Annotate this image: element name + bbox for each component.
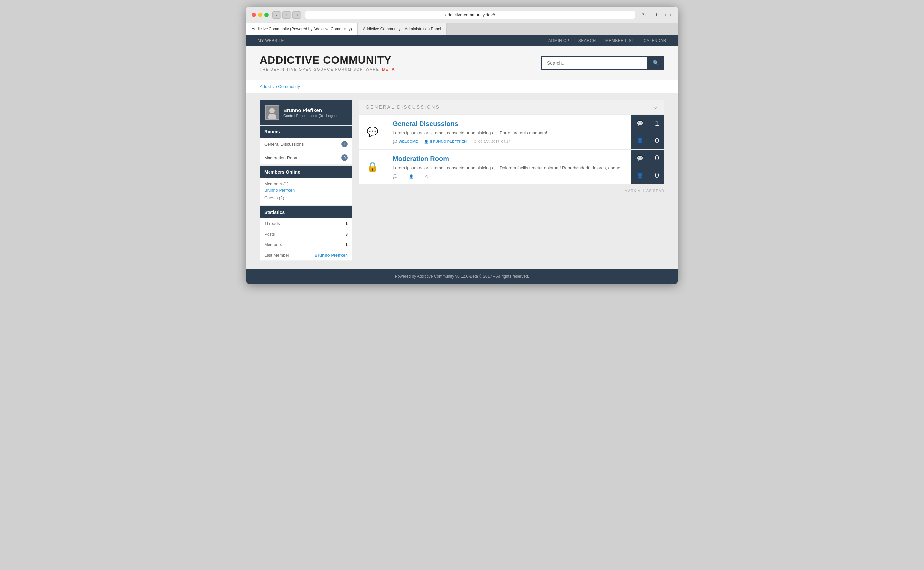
forum-row-general: 💬 General Discussions Lorem ipsum dolor …: [359, 115, 664, 149]
statistics-header: Statistics: [260, 206, 353, 218]
mod-members-stat: 👤 0: [631, 167, 664, 184]
mod-date: ⏱ ---: [425, 175, 434, 179]
meta-author: 👤 BRUNNO PLEFFKEN: [424, 139, 466, 144]
mark-all-read-button[interactable]: MARK ALL AS READ: [359, 185, 664, 197]
forum-general-stats: 💬 1 👤 0: [631, 115, 664, 149]
section-title: General Discussions: [366, 104, 440, 110]
copy-button[interactable]: □□: [664, 11, 672, 18]
sidebar: Brunno Pleffken Control Panel · Inbox (0…: [260, 100, 353, 262]
chat-icon: 💬: [367, 126, 378, 137]
general-discussions-link[interactable]: General Discussions: [264, 142, 304, 147]
mod-posts-icon: 💬: [637, 155, 643, 161]
breadcrumb: Addictive Community: [246, 80, 678, 93]
section-toggle[interactable]: ⌄: [654, 104, 658, 110]
beta-badge: BETA: [382, 67, 395, 72]
breadcrumb-home[interactable]: Addictive Community: [260, 84, 300, 89]
author-icon: 👤: [424, 139, 429, 144]
members-online-header: Members Online: [260, 166, 353, 178]
forum-row-moderation: 🔒 Moderation Room Lorem ipsum dolor sit …: [359, 150, 664, 184]
tab-main[interactable]: Addictive Community (Powered by Addictiv…: [246, 23, 358, 35]
last-member-link[interactable]: Brunno Pleffken: [315, 253, 348, 258]
stat-threads: Threads 1: [260, 218, 353, 229]
stat-members: Members 1: [260, 239, 353, 250]
tab-main-label: Addictive Community (Powered by Addictiv…: [252, 26, 352, 31]
stat-posts: Posts 3: [260, 229, 353, 239]
clock-icon: ⏱: [473, 139, 477, 144]
maximize-dot[interactable]: [264, 12, 269, 17]
inbox-link[interactable]: Inbox (0): [309, 113, 323, 118]
stat-last-member: Last Member Brunno Pleffken: [260, 250, 353, 261]
mod-members-value: 0: [655, 171, 659, 180]
section-header: General Discussions ⌄: [359, 100, 664, 114]
user-name: Brunno Pleffken: [283, 107, 337, 113]
logout-link[interactable]: Logout: [326, 113, 337, 118]
nav-my-website[interactable]: MY WEBSITE: [253, 35, 289, 46]
stat-threads-label: Threads: [264, 221, 280, 226]
mod-thread-bubble: 💬: [393, 175, 397, 179]
mod-date-text: ---: [430, 175, 434, 179]
posts-icon: 💬: [637, 120, 643, 126]
split-button[interactable]: □: [292, 11, 301, 18]
stat-last-member-label: Last Member: [264, 253, 289, 258]
mod-posts-value: 0: [655, 154, 659, 162]
moderation-room-link[interactable]: Moderation Room: [264, 155, 298, 161]
thread-icon: 💬: [393, 139, 397, 144]
refresh-button[interactable]: ↻: [642, 12, 646, 18]
forum-general-meta: 💬 WELCOME 👤 BRUNNO PLEFFKEN ⏱ 09 JAN 201…: [393, 139, 625, 144]
site-footer: Powered by Addictive Community v0.12.0-B…: [246, 269, 678, 284]
tab-add-button[interactable]: +: [667, 23, 678, 35]
members-list: Members (1) Brunno Pleffken Guests (2): [260, 178, 353, 205]
mod-author: 👤 ---: [409, 175, 418, 179]
stat-members-value: 1: [345, 242, 348, 247]
members-online-section: Members Online Members (1) Brunno Pleffk…: [260, 166, 353, 205]
search-input[interactable]: [541, 57, 647, 70]
sidebar-item-moderation-room[interactable]: Moderation Room 0: [260, 151, 353, 165]
site-subtitle: THE DEFINITIVE OPEN-SOURCE FORUM SOFTWAR…: [260, 67, 395, 72]
user-links: Control Panel · Inbox (0) · Logout: [283, 113, 337, 118]
general-discussions-title-link[interactable]: General Discussions: [393, 120, 458, 127]
nav-search[interactable]: SEARCH: [574, 35, 601, 46]
moderation-room-desc: Lorem ipsum dolor sit amet, consectetur …: [393, 165, 625, 172]
share-button[interactable]: ⬆: [652, 11, 661, 18]
search-bar: 🔍: [541, 57, 664, 70]
tab-admin[interactable]: Addictive Community – Administration Pan…: [358, 23, 447, 35]
moderation-room-badge: 0: [341, 155, 348, 161]
svg-point-1: [269, 108, 275, 113]
forum-general-body: General Discussions Lorem ipsum dolor si…: [386, 115, 631, 149]
general-posts-value: 1: [655, 119, 659, 127]
moderation-room-icon: 🔒: [359, 150, 386, 184]
statistics-section: Statistics Threads 1 Posts 3 Members 1: [260, 206, 353, 261]
tab-admin-label: Addictive Community – Administration Pan…: [363, 26, 441, 31]
meta-date-text: 09 JAN 2017, 04:14: [478, 139, 510, 144]
back-button[interactable]: ‹: [272, 11, 281, 18]
rooms-section: Rooms General Discussions 1 Moderation R…: [260, 126, 353, 165]
search-button[interactable]: 🔍: [647, 57, 664, 70]
stat-last-member-value: Brunno Pleffken: [315, 253, 348, 258]
address-bar[interactable]: addictive-community.dev//: [305, 11, 635, 19]
top-navigation: MY WEBSITE ADMIN CP SEARCH MEMBER LIST C…: [246, 35, 678, 46]
browser-titlebar: ‹ › □ addictive-community.dev// ↻ ⬆ □□: [246, 7, 678, 23]
forward-button[interactable]: ›: [283, 11, 291, 18]
sidebar-item-general-discussions[interactable]: General Discussions 1: [260, 138, 353, 151]
stat-posts-label: Posts: [264, 231, 275, 236]
mod-meta-thread: ---: [399, 175, 402, 179]
main-content: Brunno Pleffken Control Panel · Inbox (0…: [246, 93, 678, 269]
browser-actions: ⬆ □□: [652, 11, 672, 18]
forum-moderation-meta: 💬 --- 👤 --- ⏱ ---: [393, 175, 625, 179]
nav-admin-cp[interactable]: ADMIN CP: [544, 35, 574, 46]
stat-threads-value: 1: [345, 221, 348, 226]
moderation-room-title-link[interactable]: Moderation Room: [393, 155, 449, 162]
meta-thread-link[interactable]: WELCOME: [399, 139, 417, 144]
meta-author-link[interactable]: BRUNNO PLEFFKEN: [430, 139, 466, 144]
close-dot[interactable]: [252, 12, 256, 17]
meta-date: ⏱ 09 JAN 2017, 04:14: [473, 139, 510, 144]
minimize-dot[interactable]: [258, 12, 262, 17]
site-branding: ADDICTIVE COMMUNITY THE DEFINITIVE OPEN-…: [260, 54, 395, 72]
avatar: [265, 105, 279, 120]
nav-calendar[interactable]: CALENDAR: [639, 35, 671, 46]
member-brunno-link[interactable]: Brunno Pleffken: [264, 188, 295, 193]
control-panel-link[interactable]: Control Panel: [283, 113, 305, 118]
nav-member-list[interactable]: MEMBER LIST: [601, 35, 639, 46]
browser-tabs: Addictive Community (Powered by Addictiv…: [246, 23, 678, 35]
stat-members-label: Members: [264, 242, 282, 247]
